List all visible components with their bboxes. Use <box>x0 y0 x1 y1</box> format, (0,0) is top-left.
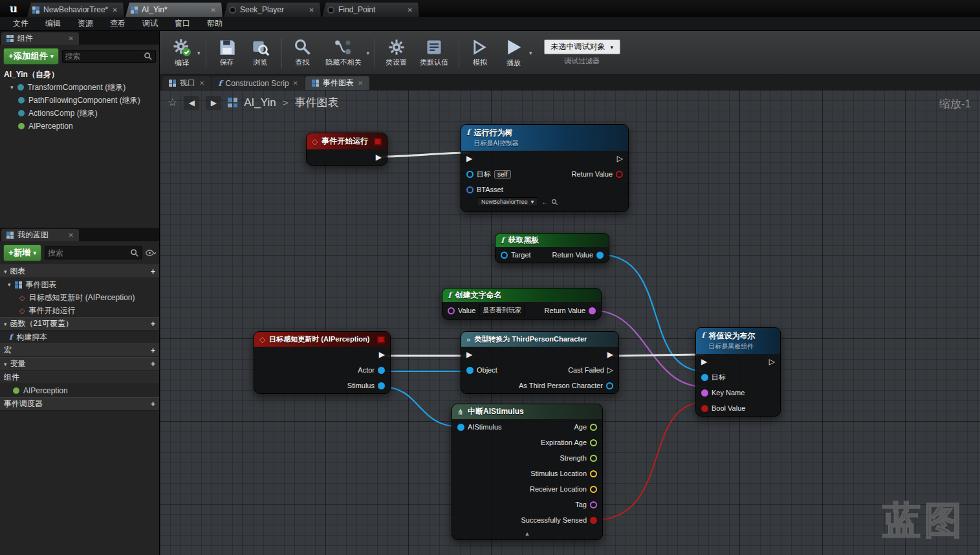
tab-construction-script[interactable]: f Construction Scrip ✕ <box>212 76 305 90</box>
close-icon[interactable]: ✕ <box>293 80 298 87</box>
close-icon[interactable]: ✕ <box>69 232 74 239</box>
component-row[interactable]: ▾ TransformComponent (继承) <box>0 81 159 94</box>
close-icon[interactable]: ✕ <box>69 35 74 42</box>
exec-out-pin[interactable]: ▶ <box>607 351 613 358</box>
tree-item-construction-script[interactable]: f 构建脚本 <box>0 331 159 343</box>
menu-asset[interactable]: 资源 <box>70 17 101 30</box>
exec-in-pin[interactable]: ▶ <box>466 155 472 162</box>
node-run-behavior-tree[interactable]: f 运行行为树 目标是AI控制器 ▶ ▷ 目标 self <box>461 124 629 212</box>
component-row[interactable]: PathFollowingComponent (继承) <box>0 94 159 107</box>
exec-in-pin[interactable]: ▶ <box>466 351 472 358</box>
return-value-pin[interactable] <box>589 307 596 314</box>
stimulus-pin[interactable] <box>378 382 385 389</box>
return-value-pin[interactable] <box>616 171 623 178</box>
target-pin[interactable] <box>466 171 474 178</box>
close-icon[interactable]: ✕ <box>358 80 363 87</box>
menu-debug[interactable]: 调试 <box>135 17 166 30</box>
target-pin[interactable] <box>701 374 708 381</box>
chevron-down-icon[interactable]: ▾ <box>10 84 14 91</box>
close-icon[interactable]: ✕ <box>211 6 216 14</box>
expiration-age-pin[interactable] <box>590 439 597 446</box>
blueprint-graph-canvas[interactable]: ☆ ◀ ▶ AI_Yin > 事件图表 缩放-1 蓝图 <box>160 90 980 555</box>
debug-object-dropdown[interactable]: 未选中调试对象 ▾ <box>544 39 621 54</box>
bool-value-pin[interactable] <box>701 405 708 412</box>
tree-item-event[interactable]: ◇ 事件开始运行 <box>0 304 159 317</box>
my-blueprint-search-input[interactable] <box>48 248 127 257</box>
exec-out-pin[interactable]: ▶ <box>379 351 385 358</box>
stimulus-location-pin[interactable] <box>590 470 597 477</box>
node-event-begin-play[interactable]: ◇ 事件开始运行 ▶ <box>306 133 387 166</box>
simulate-button[interactable]: 模拟 <box>464 36 495 70</box>
wire-stimulus-break[interactable] <box>382 387 461 427</box>
wire-exec-beginplay-runbt[interactable] <box>378 153 470 157</box>
section-components[interactable]: 组件 <box>0 371 159 384</box>
add-dispatcher-button[interactable]: + <box>151 400 155 409</box>
play-button[interactable]: 播放 <box>498 35 529 71</box>
wire-exec-cast-setbool[interactable] <box>610 354 704 356</box>
tag-pin[interactable] <box>590 501 597 508</box>
asset-tab-find-point[interactable]: Find_Point ✕ <box>322 3 419 17</box>
btasset-pin[interactable] <box>466 186 474 193</box>
tab-event-graph[interactable]: 事件图表 ✕ <box>305 76 369 90</box>
component-row[interactable]: ActionsComp (继承) <box>0 107 159 120</box>
add-macro-button[interactable]: + <box>151 346 155 355</box>
value-pin[interactable] <box>448 307 455 314</box>
breadcrumb-graph[interactable]: 事件图表 <box>294 95 338 110</box>
successfully-sensed-pin[interactable] <box>590 517 597 524</box>
add-component-button[interactable]: +添加组件▾ <box>3 48 59 65</box>
menu-view[interactable]: 查看 <box>102 17 133 30</box>
node-break-aistimulus[interactable]: ⋔ 中断AIStimulus AIStimulus Age Expiration… <box>452 404 603 540</box>
save-button[interactable]: 保存 <box>212 36 243 70</box>
hide-unrelated-button[interactable]: 隐藏不相关 <box>321 36 367 70</box>
chevron-down-icon[interactable]: ▾ <box>197 50 201 56</box>
section-macros[interactable]: 宏 + <box>0 343 159 357</box>
btasset-dropdown[interactable]: NewBehaviorTree ▾ <box>477 197 538 206</box>
tab-viewport[interactable]: 视口 ✕ <box>162 76 211 90</box>
compile-button[interactable]: 编译 <box>166 35 197 71</box>
add-function-button[interactable]: + <box>151 320 155 329</box>
close-icon[interactable]: ✕ <box>309 6 314 14</box>
section-event-dispatchers[interactable]: 事件调度器 + <box>0 397 159 411</box>
age-pin[interactable] <box>590 424 597 431</box>
components-panel-tab[interactable]: 组件 ✕ <box>1 32 79 45</box>
component-row-root[interactable]: AI_Yin（自身） <box>0 68 159 81</box>
exec-out-pin[interactable]: ▷ <box>769 358 775 365</box>
section-graphs[interactable]: ▾ 图表 + <box>0 265 159 278</box>
close-icon[interactable]: ✕ <box>199 80 204 87</box>
cast-failed-exec-pin[interactable]: ▷ <box>607 366 613 374</box>
aistimulus-pin[interactable] <box>457 424 464 431</box>
node-make-literal-name[interactable]: f 创建文字命名 Value 是否看到玩家 Return Value <box>442 288 602 320</box>
as-third-person-pin[interactable] <box>606 382 613 389</box>
tree-item-aiperception[interactable]: AIPerception <box>0 384 159 397</box>
exec-out-pin[interactable]: ▷ <box>617 155 623 162</box>
use-selected-icon[interactable]: ← <box>541 199 548 206</box>
back-button[interactable]: ◀ <box>184 96 199 110</box>
menu-edit[interactable]: 编辑 <box>38 17 69 30</box>
node-get-blackboard[interactable]: f 获取黑板 Target Return Value <box>495 233 609 263</box>
wire-sensed-boolvalue[interactable] <box>594 402 704 520</box>
object-pin[interactable] <box>466 367 474 374</box>
menu-window[interactable]: 窗口 <box>167 17 198 30</box>
class-defaults-button[interactable]: 类默认值 <box>415 36 453 70</box>
menu-help[interactable]: 帮助 <box>199 17 230 30</box>
add-variable-button[interactable]: + <box>151 360 155 369</box>
tree-item-event[interactable]: ◇ 目标感知更新时 (AIPerception) <box>0 291 159 304</box>
target-pin[interactable] <box>501 252 508 259</box>
section-variables[interactable]: ▾ 变量 + <box>0 357 159 371</box>
add-new-button[interactable]: +新增▾ <box>3 245 41 261</box>
favorite-star-icon[interactable]: ☆ <box>168 96 177 109</box>
exec-out-pin[interactable]: ▶ <box>376 153 382 161</box>
view-options-icon[interactable] <box>146 249 156 257</box>
add-graph-button[interactable]: + <box>151 267 155 276</box>
node-cast-third-person[interactable]: » 类型转换为 ThirdPersonCharacter ▶ ▶ Object … <box>461 331 619 394</box>
key-name-pin[interactable] <box>701 389 708 397</box>
chevron-down-icon[interactable]: ▾ <box>529 50 532 56</box>
browse-button[interactable]: 浏览 <box>245 36 276 70</box>
exec-in-pin[interactable]: ▶ <box>701 358 707 365</box>
node-set-value-bool[interactable]: f 将值设为布尔 目标是黑板组件 ▶ ▷ 目标 <box>695 327 781 417</box>
target-self-value[interactable]: self <box>494 170 511 179</box>
value-text-field[interactable]: 是否看到玩家 <box>479 305 525 316</box>
close-icon[interactable]: ✕ <box>408 6 413 14</box>
my-blueprint-tab[interactable]: 我的蓝图 ✕ <box>1 229 79 241</box>
receiver-location-pin[interactable] <box>590 486 597 493</box>
